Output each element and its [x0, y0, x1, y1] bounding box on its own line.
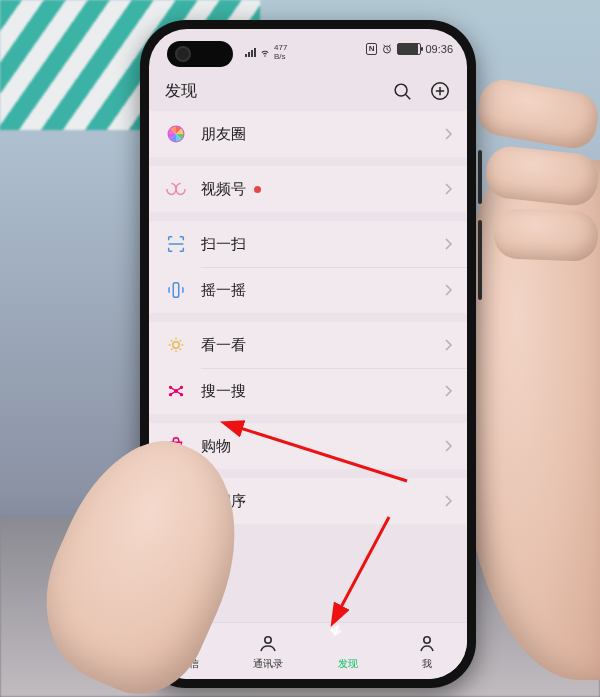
row-scan[interactable]: 扫一扫 — [149, 221, 467, 267]
svg-rect-8 — [173, 283, 179, 298]
svg-point-1 — [395, 84, 407, 96]
tab-contacts[interactable]: 通讯录 — [229, 623, 309, 679]
chevron-right-icon — [445, 128, 453, 140]
tab-me[interactable]: 我 — [388, 623, 468, 679]
search-icon[interactable] — [391, 80, 413, 102]
tab-label: 我 — [422, 657, 432, 671]
chevron-right-icon — [445, 284, 453, 296]
add-icon[interactable] — [429, 80, 451, 102]
list-group: 朋友圈 — [149, 111, 467, 157]
phone-frame: 477 B/s N 09:36 发现 朋友圈视频号扫一扫摇一 — [140, 20, 476, 688]
svg-line-18 — [176, 391, 182, 395]
tab-label: 通讯录 — [253, 657, 283, 671]
contacts-icon — [256, 631, 280, 655]
row-search[interactable]: 搜一搜 — [149, 368, 467, 414]
chevron-right-icon — [445, 183, 453, 195]
power-button — [478, 220, 482, 300]
svg-line-2 — [406, 95, 410, 99]
hand-finger — [474, 76, 600, 152]
camera-cutout — [167, 41, 233, 67]
row-label: 搜一搜 — [201, 382, 246, 401]
tab-label: 发现 — [338, 657, 358, 671]
chevron-right-icon — [445, 339, 453, 351]
discover-list: 朋友圈视频号扫一扫摇一摇看一看搜一搜购物小程序 — [149, 111, 467, 623]
svg-point-21 — [424, 637, 430, 643]
row-label: 扫一扫 — [201, 235, 246, 254]
shake-icon — [165, 279, 187, 301]
alarm-icon — [381, 43, 393, 55]
shop-icon — [165, 435, 187, 457]
row-channels[interactable]: 视频号 — [149, 166, 467, 212]
row-shake[interactable]: 摇一摇 — [149, 267, 467, 313]
row-miniprog[interactable]: 小程序 — [149, 478, 467, 524]
row-label: 视频号 — [201, 180, 246, 199]
scan-icon — [165, 233, 187, 255]
tab-chats[interactable]: 微信 — [149, 623, 229, 679]
chevron-right-icon — [445, 495, 453, 507]
svg-point-9 — [173, 342, 179, 348]
svg-line-16 — [176, 387, 182, 391]
phone-screen: 477 B/s N 09:36 发现 朋友圈视频号扫一扫摇一 — [149, 29, 467, 679]
page-title: 发现 — [165, 81, 197, 102]
row-shop[interactable]: 购物 — [149, 423, 467, 469]
hand-finger — [493, 208, 599, 262]
moments-icon — [165, 123, 187, 145]
photo-background: 477 B/s N 09:36 发现 朋友圈视频号扫一扫摇一 — [0, 0, 600, 697]
svg-line-17 — [171, 391, 177, 395]
nfc-icon: N — [366, 43, 378, 55]
chat-icon — [177, 631, 201, 655]
battery-icon — [397, 43, 421, 55]
tab-discover[interactable]: 发现 — [308, 623, 388, 679]
tab-bar: 微信通讯录发现我 — [149, 622, 467, 679]
row-label: 摇一摇 — [201, 281, 246, 300]
chevron-right-icon — [445, 385, 453, 397]
chevron-right-icon — [445, 238, 453, 250]
look-icon — [165, 334, 187, 356]
hand-finger — [484, 144, 600, 207]
me-icon — [415, 631, 439, 655]
status-time: 09:36 — [425, 43, 453, 55]
list-group: 看一看搜一搜 — [149, 322, 467, 414]
row-label: 朋友圈 — [201, 125, 246, 144]
wifi-icon — [259, 46, 271, 58]
search-icon — [165, 380, 187, 402]
row-label: 看一看 — [201, 336, 246, 355]
signal-icon — [245, 48, 256, 57]
list-group: 扫一扫摇一摇 — [149, 221, 467, 313]
list-group: 小程序 — [149, 478, 467, 524]
row-look[interactable]: 看一看 — [149, 322, 467, 368]
svg-point-20 — [265, 637, 271, 643]
row-label: 小程序 — [201, 492, 246, 511]
tab-label: 微信 — [179, 657, 199, 671]
svg-line-15 — [171, 387, 177, 391]
channels-icon — [165, 178, 187, 200]
volume-button — [478, 150, 482, 204]
list-group: 视频号 — [149, 166, 467, 212]
network-speed: 477 B/s — [274, 43, 287, 61]
chevron-right-icon — [445, 440, 453, 452]
page-header: 发现 — [149, 71, 467, 111]
row-moments[interactable]: 朋友圈 — [149, 111, 467, 157]
badge-dot — [254, 186, 261, 193]
miniprog-icon — [165, 490, 187, 512]
row-label: 购物 — [201, 437, 231, 456]
list-group: 购物 — [149, 423, 467, 469]
